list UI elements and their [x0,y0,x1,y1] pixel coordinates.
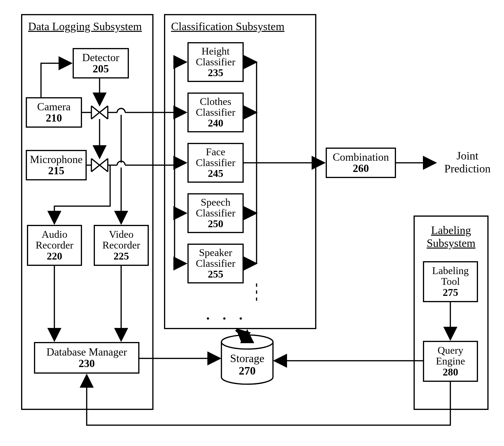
diagram-wires [0,0,504,446]
svg-point-4 [221,335,273,349]
storage-cylinder-icon [221,335,273,384]
gate-camera-icon [91,106,108,120]
svg-rect-0 [117,110,125,115]
diagram-canvas: Data Logging Subsystem Classification Su… [0,0,504,446]
gate-mic-icon [91,158,108,172]
svg-rect-3 [117,163,125,167]
